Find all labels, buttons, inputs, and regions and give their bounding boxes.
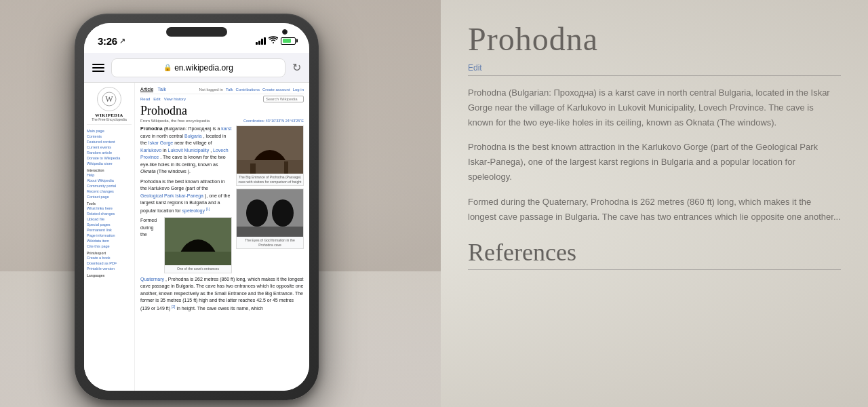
wiki-nav-interaction: Help About Wikipedia Community portal Re… xyxy=(87,173,132,199)
bg-wiki-references: References xyxy=(468,238,841,270)
ref1[interactable]: [1] xyxy=(206,207,210,211)
svg-rect-10 xyxy=(237,227,303,237)
wiki-content: W WIKIPEDIA The Free Encyclopedia Main p… xyxy=(84,83,309,391)
action-history[interactable]: View history xyxy=(164,97,186,101)
nav-main-page[interactable]: Main page xyxy=(87,129,132,133)
karst-link[interactable]: karst xyxy=(221,126,231,131)
phone-notch xyxy=(166,27,227,37)
nav-printable[interactable]: Printable version xyxy=(87,267,132,271)
wiki-coordinates[interactable]: Coordinates: 43°10'33"N 24°43'25"E xyxy=(243,119,304,123)
wiki-thumb-eyes: The Eyes of God formation in the Prohodn… xyxy=(236,189,304,249)
nav-help[interactable]: Help xyxy=(87,173,132,177)
browser-chrome: 🔒 en.wikipedia.org ↻ xyxy=(84,53,309,83)
nav-store[interactable]: Wikipedia store xyxy=(87,161,132,166)
background-monitor-screen: Prohodna Edit Prohodna (Bulgarian: Прохо… xyxy=(441,0,868,407)
location-arrow-icon: ↗ xyxy=(119,37,125,45)
tab-talk[interactable]: Talk xyxy=(157,87,165,92)
wiki-page-title: Prohodna xyxy=(140,104,304,118)
svg-point-8 xyxy=(246,199,268,227)
article-tabs: Read Edit View history xyxy=(140,97,186,101)
wiki-logo-text: WIKIPEDIA xyxy=(95,113,123,117)
ref2[interactable]: [2] xyxy=(172,305,176,309)
nav-random[interactable]: Random article xyxy=(87,151,132,155)
phone: 3:26 ↗ xyxy=(75,14,319,400)
wiki-nav-section: Main page Contents Featured content Curr… xyxy=(87,129,132,166)
thumb2-caption: The Eyes of God formation in the Prohodn… xyxy=(237,237,303,248)
wiki-main-content: Article Talk Not logged in Talk Contribu… xyxy=(135,83,309,391)
svg-rect-4 xyxy=(237,160,303,174)
svg-text:W: W xyxy=(105,94,113,104)
hamburger-menu-icon[interactable] xyxy=(92,64,104,72)
thumb-img-big-entrance xyxy=(237,126,303,174)
wiki-tabs: Article Talk xyxy=(140,87,166,92)
nav-wikidata[interactable]: Wikidata item xyxy=(87,239,132,243)
article-actions-bar: Read Edit View history xyxy=(140,96,304,102)
status-time: 3:26 xyxy=(98,35,117,47)
action-login[interactable]: Log in xyxy=(293,88,304,92)
action-read[interactable]: Read xyxy=(140,97,150,101)
action-edit[interactable]: Edit xyxy=(153,97,160,101)
lukovit-link[interactable]: Lukovit Municipality xyxy=(168,148,210,153)
thumb3-caption: One of the cave's entrances xyxy=(165,265,231,273)
phone-screen: 3:26 ↗ xyxy=(84,23,309,391)
thumb1-caption: The Big Entrance of Prohodna (Passage) c… xyxy=(237,174,303,185)
bg-wiki-para2: Prohodna is the best known attraction in… xyxy=(468,140,841,185)
wiki-sidebar: W WIKIPEDIA The Free Encyclopedia Main p… xyxy=(84,83,135,391)
svg-rect-6 xyxy=(284,161,288,174)
nav-whatlinks[interactable]: What links here xyxy=(87,206,132,210)
nav-donate[interactable]: Donate to Wikipedia xyxy=(87,156,132,160)
svg-rect-5 xyxy=(250,163,256,174)
svg-point-9 xyxy=(272,199,294,227)
reload-icon[interactable]: ↻ xyxy=(292,61,301,74)
phone-case: 3:26 ↗ xyxy=(75,14,319,400)
action-contributions[interactable]: Contributions xyxy=(236,88,260,92)
oknata-italic: Oknata xyxy=(140,169,156,174)
camera-dot xyxy=(282,29,288,35)
wiki-logo-area: W WIKIPEDIA The Free Encyclopedia xyxy=(87,87,132,125)
nav-current[interactable]: Current events xyxy=(87,145,132,149)
iskar-gorge-link[interactable]: Iskar Gorge xyxy=(149,140,174,145)
bg-wiki-para1: Prohodna (Bulgarian: Проходна) is a kars… xyxy=(468,85,841,130)
svg-rect-13 xyxy=(165,252,231,265)
quaternary-link[interactable]: Quaternary xyxy=(140,277,164,282)
nav-download-pdf[interactable]: Download as PDF xyxy=(87,261,132,265)
nav-contact[interactable]: Contact page xyxy=(87,195,132,199)
tab-article[interactable]: Article xyxy=(140,87,153,92)
karlukovo-link[interactable]: Karlukovo xyxy=(140,148,161,153)
action-talk[interactable]: Talk xyxy=(226,88,233,92)
signal-bars-icon xyxy=(256,37,266,45)
nav-interaction-heading: Interaction xyxy=(87,168,132,172)
wiki-search-input[interactable] xyxy=(263,96,304,102)
wifi-icon xyxy=(269,36,278,45)
nav-special[interactable]: Special pages xyxy=(87,222,132,227)
bg-wiki-title: Prohodna xyxy=(468,20,841,58)
nav-permanent[interactable]: Permanent link xyxy=(87,228,132,232)
geological-park-link[interactable]: Geological Park Iskar-Panega xyxy=(140,193,203,198)
nav-community[interactable]: Community portal xyxy=(87,184,132,188)
nav-related[interactable]: Related changes xyxy=(87,212,132,216)
nav-tools-heading: Tools xyxy=(87,201,132,206)
speleology-link[interactable]: speleology xyxy=(182,208,204,213)
bulgaria-link[interactable]: Bulgaria xyxy=(184,134,202,138)
url-bar[interactable]: 🔒 en.wikipedia.org xyxy=(111,58,285,77)
nav-recent[interactable]: Recent changes xyxy=(87,189,132,193)
thumb-img-entrance xyxy=(165,218,231,265)
wiki-nav-tools: What links here Related changes Upload f… xyxy=(87,206,132,248)
wiki-actions: Not logged in Talk Contributions Create … xyxy=(199,88,304,92)
nav-create-book[interactable]: Create a book xyxy=(87,256,132,260)
nav-featured[interactable]: Featured content xyxy=(87,140,132,144)
nav-printexport-heading: Print/export xyxy=(87,251,132,255)
nav-pageinfo[interactable]: Page information xyxy=(87,233,132,237)
battery-icon xyxy=(281,37,296,45)
wiki-top-bar: Article Talk Not logged in Talk Contribu… xyxy=(140,87,304,94)
nav-about[interactable]: About Wikipedia xyxy=(87,178,132,182)
url-text: en.wikipedia.org xyxy=(174,63,233,73)
thumb-img-eyes xyxy=(237,189,303,237)
action-create-account[interactable]: Create account xyxy=(262,88,290,92)
nav-cite[interactable]: Cite this page xyxy=(87,244,132,248)
nav-contents[interactable]: Contents xyxy=(87,134,132,138)
status-icons xyxy=(256,36,296,45)
nav-languages-heading: Languages xyxy=(87,273,132,277)
bg-wiki-edit: Edit xyxy=(468,63,841,73)
nav-upload[interactable]: Upload file xyxy=(87,217,132,221)
